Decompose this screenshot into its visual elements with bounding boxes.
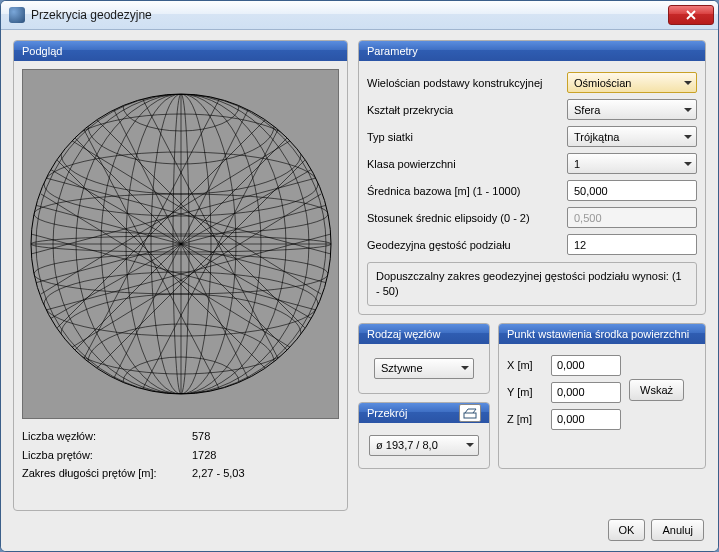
- nodes-count-value: 578: [192, 427, 210, 446]
- bars-count-label: Liczba prętów:: [22, 446, 192, 465]
- chevron-down-icon: [684, 81, 692, 85]
- close-button[interactable]: [668, 5, 714, 25]
- mesh-label: Typ siatki: [367, 131, 567, 143]
- shape-select[interactable]: Sfera: [567, 99, 697, 120]
- length-range-value: 2,27 - 5,03: [192, 464, 245, 483]
- density-range-note: Dopuszczalny zakres geodezyjnej gęstości…: [367, 262, 697, 306]
- node-type-group: Rodzaj węzłów Sztywne: [358, 323, 490, 394]
- titlebar: Przekrycia geodezyjne: [1, 1, 718, 30]
- preview-stats: Liczba węzłów: 578 Liczba prętów: 1728 Z…: [22, 427, 339, 483]
- class-select[interactable]: 1: [567, 153, 697, 174]
- cancel-button[interactable]: Anuluj: [651, 519, 704, 541]
- close-icon: [686, 10, 696, 20]
- preview-group: Podgląd: [13, 40, 348, 511]
- svg-rect-46: [464, 413, 476, 418]
- svg-line-41: [81, 124, 221, 392]
- z-input[interactable]: 0,000: [551, 409, 621, 430]
- insertion-point-group: Punkt wstawienia środka powierzchni X [m…: [498, 323, 706, 469]
- client-area: Podgląd: [1, 30, 718, 551]
- chevron-down-icon: [684, 162, 692, 166]
- shape-label: Kształt przekrycia: [367, 104, 567, 116]
- ratio-input: 0,500: [567, 207, 697, 228]
- density-label: Geodezyjna gęstość podziału: [367, 239, 567, 251]
- density-input[interactable]: 12: [567, 234, 697, 255]
- geodesic-sphere-icon: [26, 89, 336, 399]
- preview-header: Podgląd: [14, 41, 347, 61]
- polyhedron-label: Wielościan podstawy konstrukcyjnej: [367, 77, 567, 89]
- window-title: Przekrycia geodezyjne: [31, 8, 668, 22]
- dialog-window: Przekrycia geodezyjne Podgląd: [0, 0, 719, 552]
- section-select[interactable]: ø 193,7 / 8,0: [369, 435, 479, 456]
- insertion-point-header: Punkt wstawienia środka powierzchni: [499, 324, 705, 344]
- x-input[interactable]: 0,000: [551, 355, 621, 376]
- diameter-label: Średnica bazowa [m] (1 - 1000): [367, 185, 567, 197]
- node-type-select[interactable]: Sztywne: [374, 358, 474, 379]
- svg-line-40: [141, 96, 281, 364]
- pick-point-button[interactable]: Wskaż: [629, 379, 684, 401]
- class-label: Klasa powierzchni: [367, 158, 567, 170]
- chevron-down-icon: [466, 443, 474, 447]
- bars-count-value: 1728: [192, 446, 216, 465]
- ok-button[interactable]: OK: [608, 519, 646, 541]
- z-label: Z [m]: [507, 413, 545, 425]
- ratio-label: Stosunek średnic elipsoidy (0 - 2): [367, 212, 567, 224]
- svg-line-43: [81, 96, 221, 364]
- y-label: Y [m]: [507, 386, 545, 398]
- chevron-down-icon: [684, 108, 692, 112]
- chevron-down-icon: [461, 366, 469, 370]
- x-label: X [m]: [507, 359, 545, 371]
- chevron-down-icon: [684, 135, 692, 139]
- dialog-footer: OK Anuluj: [13, 519, 706, 541]
- diameter-input[interactable]: 50,000: [567, 180, 697, 201]
- section-group: Przekrój ø 193,7 / 8,0: [358, 402, 490, 469]
- section-header: Przekrój: [359, 403, 489, 423]
- section-profile-icon: [463, 407, 477, 419]
- svg-line-42: [141, 124, 281, 392]
- app-icon: [9, 7, 25, 23]
- y-input[interactable]: 0,000: [551, 382, 621, 403]
- polyhedron-select[interactable]: Ośmiościan: [567, 72, 697, 93]
- section-edit-button[interactable]: [459, 404, 481, 422]
- mesh-select[interactable]: Trójkątna: [567, 126, 697, 147]
- length-range-label: Zakres długości prętów [m]:: [22, 464, 192, 483]
- nodes-count-label: Liczba węzłów:: [22, 427, 192, 446]
- parameters-group: Parametry Wielościan podstawy konstrukcy…: [358, 40, 706, 315]
- preview-viewport: [22, 69, 339, 419]
- node-type-header: Rodzaj węzłów: [359, 324, 489, 344]
- parameters-header: Parametry: [359, 41, 705, 61]
